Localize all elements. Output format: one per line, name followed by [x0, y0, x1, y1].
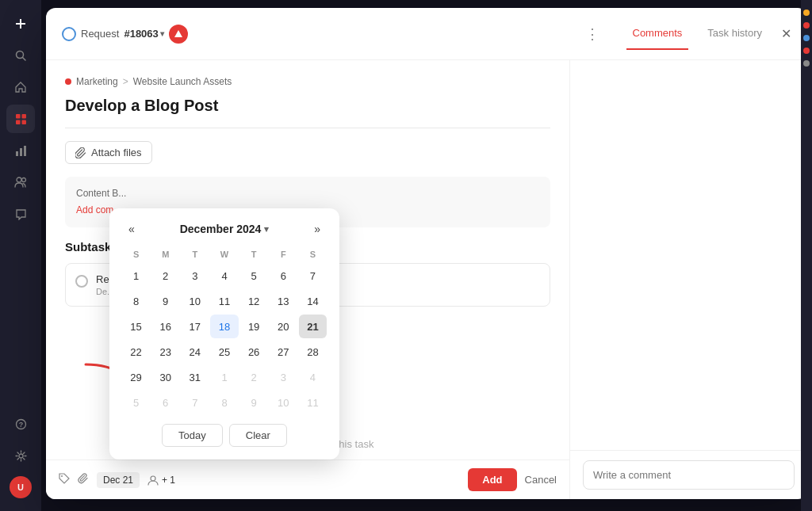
calendar-header: « December 2024 ▾ » — [122, 221, 327, 237]
modal-top-bar: Request #18063 ▾ ⋮ Comments Task histor — [46, 8, 807, 60]
cal-day-7[interactable]: 7 — [299, 264, 327, 288]
sidebar-home[interactable] — [6, 73, 35, 101]
breadcrumb-dot — [65, 78, 71, 85]
cal-day-5[interactable]: 5 — [240, 264, 268, 288]
cal-day-jan8[interactable]: 8 — [210, 391, 238, 414]
cal-day-8[interactable]: 8 — [122, 289, 150, 313]
tag-icon[interactable] — [59, 473, 70, 486]
add-button[interactable]: Add — [468, 468, 516, 491]
cal-day-13[interactable]: 13 — [270, 289, 297, 313]
sidebar-chat[interactable] — [6, 200, 35, 228]
sidebar-avatar[interactable]: U — [6, 473, 35, 501]
notif-dot-4 — [803, 48, 810, 54]
sidebar: ? U — [0, 0, 41, 511]
request-chevron-icon[interactable]: ▾ — [160, 29, 164, 38]
calendar-prev-button[interactable]: « — [122, 221, 141, 237]
cal-day-jan5[interactable]: 5 — [122, 391, 150, 414]
cal-day-29[interactable]: 29 — [122, 365, 150, 389]
task-modal: Request #18063 ▾ ⋮ Comments Task histor — [46, 8, 807, 499]
cal-day-9[interactable]: 9 — [151, 289, 179, 313]
cal-day-2[interactable]: 2 — [151, 264, 179, 288]
cal-header-wed: W — [210, 246, 238, 262]
svg-rect-10 — [24, 146, 26, 156]
cal-day-jan3[interactable]: 3 — [270, 365, 297, 389]
priority-badge — [169, 25, 188, 44]
assignee-chip[interactable]: + 1 — [147, 475, 175, 486]
notif-dot-2 — [803, 22, 810, 29]
attach-files-button[interactable]: Attach files — [65, 141, 152, 164]
more-options-button[interactable]: ⋮ — [579, 22, 606, 46]
cal-day-14[interactable]: 14 — [299, 289, 327, 313]
breadcrumb-project[interactable]: Marketing — [76, 76, 118, 87]
cal-day-3[interactable]: 3 — [181, 264, 209, 288]
cal-day-12[interactable]: 12 — [240, 289, 268, 313]
calendar-today-button[interactable]: Today — [162, 424, 223, 447]
cal-day-26[interactable]: 26 — [240, 340, 268, 364]
cal-day-23[interactable]: 23 — [151, 340, 179, 364]
cal-day-1[interactable]: 1 — [122, 264, 150, 288]
cal-day-19[interactable]: 19 — [240, 315, 268, 338]
cal-day-jan2[interactable]: 2 — [240, 365, 268, 389]
date-chip-label: Dec 21 — [103, 475, 133, 486]
svg-rect-6 — [16, 120, 21, 124]
svg-rect-5 — [21, 114, 26, 119]
cal-day-24[interactable]: 24 — [181, 340, 209, 364]
sidebar-grid[interactable] — [6, 105, 35, 133]
cal-day-jan7[interactable]: 7 — [181, 391, 209, 414]
cal-day-15[interactable]: 15 — [122, 315, 150, 338]
close-modal-button[interactable]: ✕ — [781, 26, 791, 41]
cal-day-11[interactable]: 11 — [210, 289, 238, 313]
cal-day-jan11[interactable]: 11 — [299, 391, 327, 414]
cal-day-17[interactable]: 17 — [181, 315, 209, 338]
attach-files-label: Attach files — [91, 147, 142, 158]
cal-day-25[interactable]: 25 — [210, 340, 238, 364]
tab-task-history[interactable]: Task history — [701, 17, 768, 50]
comment-input[interactable] — [583, 460, 795, 490]
svg-point-18 — [151, 476, 155, 481]
cal-day-22[interactable]: 22 — [122, 340, 150, 364]
svg-rect-8 — [16, 151, 18, 156]
svg-point-17 — [61, 475, 63, 477]
cal-day-21[interactable]: 21 — [299, 315, 327, 338]
calendar-popup: « December 2024 ▾ » S M T W — [109, 208, 339, 460]
cal-day-27[interactable]: 27 — [270, 340, 297, 364]
calendar-month-chevron[interactable]: ▾ — [264, 224, 269, 235]
cal-day-16[interactable]: 16 — [151, 315, 179, 338]
cal-day-jan10[interactable]: 10 — [270, 391, 297, 414]
calendar-clear-button[interactable]: Clear — [229, 424, 287, 447]
svg-point-11 — [17, 177, 21, 182]
sidebar-add[interactable] — [6, 10, 35, 38]
right-panel-content — [570, 60, 807, 450]
cal-day-jan9[interactable]: 9 — [240, 391, 268, 414]
tab-comments[interactable]: Comments — [626, 17, 689, 50]
notif-dot-1 — [803, 10, 810, 16]
cal-day-20[interactable]: 20 — [270, 315, 297, 338]
cal-header-tue: T — [181, 246, 209, 262]
svg-rect-1 — [16, 23, 25, 25]
cal-day-jan4[interactable]: 4 — [299, 365, 327, 389]
cal-day-10[interactable]: 10 — [181, 289, 209, 313]
cal-day-jan6[interactable]: 6 — [151, 391, 179, 414]
calendar-footer: Today Clear — [122, 424, 327, 447]
cal-day-18[interactable]: 18 — [210, 315, 238, 338]
cal-day-jan1[interactable]: 1 — [210, 365, 238, 389]
sidebar-users[interactable] — [6, 168, 35, 196]
cal-day-4[interactable]: 4 — [210, 264, 238, 288]
sidebar-settings[interactable] — [6, 441, 35, 470]
modal-overlay: Request #18063 ▾ ⋮ Comments Task histor — [41, 0, 812, 511]
sidebar-search[interactable] — [6, 41, 35, 70]
modal-header-right: Comments Task history ✕ — [614, 17, 792, 50]
cal-day-30[interactable]: 30 — [151, 365, 179, 389]
date-chip[interactable]: Dec 21 — [97, 472, 140, 488]
svg-text:?: ? — [18, 421, 23, 429]
cal-day-31[interactable]: 31 — [181, 365, 209, 389]
comment-input-area — [570, 450, 807, 499]
breadcrumb-page[interactable]: Website Launch Assets — [133, 76, 232, 87]
cal-day-28[interactable]: 28 — [299, 340, 327, 364]
cal-day-6[interactable]: 6 — [270, 264, 297, 288]
sidebar-chart[interactable] — [6, 136, 35, 165]
sidebar-help[interactable]: ? — [6, 410, 35, 438]
attach-icon[interactable] — [78, 473, 89, 486]
calendar-next-button[interactable]: » — [308, 221, 327, 237]
cancel-button[interactable]: Cancel — [525, 474, 557, 486]
